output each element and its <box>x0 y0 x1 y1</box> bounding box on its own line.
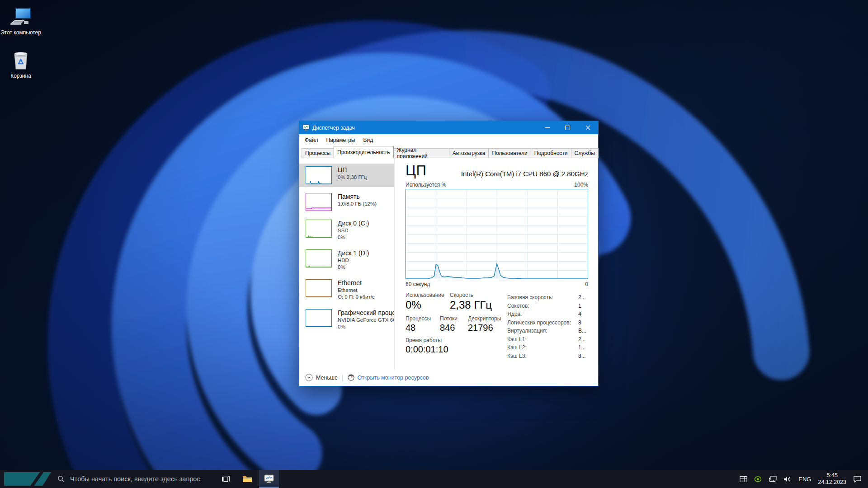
minimize-icon <box>545 127 550 128</box>
tab-processes[interactable]: Процессы <box>302 148 334 158</box>
disk-sparkline <box>306 249 332 267</box>
task-view-button[interactable] <box>216 470 236 488</box>
window-titlebar[interactable]: Диспетчер задач <box>299 121 598 134</box>
pane-title: ЦП <box>406 163 426 179</box>
processes-value: 48 <box>406 323 440 333</box>
maximize-button[interactable] <box>557 121 578 134</box>
sidebar-item-disk0[interactable]: Диск 0 (C:) SSD 0% <box>299 217 394 244</box>
threads-value: 846 <box>440 323 468 333</box>
sidebar-item-subtitle2: О: 0 П: 0 кбит/с <box>338 294 375 300</box>
sidebar-item-subtitle: 1,0/8,0 ГБ (12%) <box>338 201 377 207</box>
task-manager-taskbar-button[interactable] <box>259 470 279 488</box>
uptime-label: Время работы <box>406 337 448 343</box>
action-center-icon[interactable] <box>853 475 862 483</box>
handles-value: 21796 <box>468 323 501 333</box>
search-input[interactable] <box>69 475 202 483</box>
detail-row: Кэш L3:8... <box>507 352 587 361</box>
tab-strip: Процессы Производительность Журнал прило… <box>299 145 598 158</box>
maximize-icon <box>565 126 570 130</box>
system-tray: ENG 5:45 24.12.2023 <box>740 470 868 488</box>
sidebar-item-title: Ethernet <box>338 279 375 287</box>
close-button[interactable] <box>578 121 598 134</box>
search-icon <box>57 475 65 483</box>
detail-row: Базовая скорость:2... <box>507 293 587 302</box>
file-explorer-button[interactable] <box>237 470 257 488</box>
cpu-performance-pane: ЦП Intel(R) Core(TM) i7 CPU 860 @ 2.80GH… <box>395 158 598 369</box>
sidebar-item-subtitle: NVIDIA GeForce GTX 660 <box>338 317 394 324</box>
sidebar-item-disk1[interactable]: Диск 1 (D:) HDD 0% <box>299 247 394 273</box>
task-manager-window: Диспетчер задач Файл Параметры Вид Проце… <box>299 121 599 386</box>
language-indicator[interactable]: ENG <box>798 476 811 483</box>
close-icon <box>585 125 590 130</box>
gpu-sparkline <box>306 309 332 327</box>
cpu-model: Intel(R) Core(TM) i7 CPU 860 @ 2.80GHz <box>461 170 588 178</box>
detail-row: Виртуализация:В... <box>507 327 587 335</box>
disk-sparkline <box>306 220 332 238</box>
resource-monitor-gauge-icon <box>348 374 354 381</box>
sidebar-item-cpu[interactable]: ЦП 0% 2,38 ГГц <box>299 164 394 187</box>
sidebar-item-gpu[interactable]: Графический процессор NVIDIA GeForce GTX… <box>299 306 394 333</box>
taskbar: ENG 5:45 24.12.2023 <box>0 470 868 488</box>
uptime-value: 0:00:01:10 <box>406 344 448 355</box>
window-title: Диспетчер задач <box>312 125 355 131</box>
task-view-icon <box>222 475 230 483</box>
sidebar-item-ethernet[interactable]: Ethernet Ethernet О: 0 П: 0 кбит/с <box>299 277 394 303</box>
footer-separator: | <box>342 374 344 381</box>
minimize-button[interactable] <box>537 121 557 134</box>
tab-app-history[interactable]: Журнал приложений <box>393 148 449 158</box>
touch-keyboard-icon[interactable] <box>740 476 747 483</box>
start-button[interactable] <box>4 472 51 486</box>
task-manager-taskbar-icon <box>264 474 274 483</box>
desktop-icon-label: Этот компьютер <box>0 29 42 36</box>
sidebar-item-title: Диск 1 (D:) <box>338 249 369 257</box>
speed-label: Скорость <box>450 292 492 298</box>
tab-performance[interactable]: Производительность <box>334 146 393 158</box>
taskbar-search[interactable] <box>51 470 210 488</box>
cpu-sparkline <box>306 166 332 184</box>
graph-label-max: 100% <box>574 182 588 188</box>
open-resource-monitor-link[interactable]: Открыть монитор ресурсов <box>348 374 429 381</box>
graph-label-timespan: 60 секунд <box>406 281 430 287</box>
sidebar-item-subtitle2: 0% <box>338 234 369 241</box>
sidebar-item-title: Графический процессор <box>338 309 394 317</box>
sidebar-item-subtitle2: 0% <box>338 264 369 271</box>
cpu-stats: Использование 0% Скорость 2,38 ГГц Проце… <box>406 292 505 355</box>
desktop-icon-recycle-bin[interactable]: Корзина <box>0 50 42 79</box>
chevron-up-circle-icon <box>305 374 313 381</box>
taskbar-clock[interactable]: 5:45 24.12.2023 <box>818 472 846 486</box>
nvidia-tray-icon[interactable] <box>754 476 762 483</box>
volume-tray-icon[interactable] <box>783 476 792 483</box>
menu-view[interactable]: Вид <box>359 134 377 145</box>
sidebar-item-title: ЦП <box>338 166 367 174</box>
recycle-bin-icon <box>11 50 31 70</box>
sidebar-item-memory[interactable]: Память 1,0/8,0 ГБ (12%) <box>299 190 394 214</box>
detail-row: Кэш L1:2... <box>507 335 587 344</box>
tab-startup[interactable]: Автозагрузка <box>449 148 489 158</box>
cpu-usage-graph <box>406 189 588 279</box>
speed-value: 2,38 ГГц <box>450 299 492 311</box>
detail-row: Сокетов:1 <box>507 302 587 310</box>
sidebar-item-subtitle2: 0% <box>338 324 394 330</box>
task-manager-app-icon <box>302 124 310 131</box>
sidebar-item-subtitle: SSD <box>338 227 369 234</box>
desktop: Этот компьютер Корзина <box>0 0 868 488</box>
this-pc-icon <box>9 7 32 27</box>
usage-value: 0% <box>406 299 450 311</box>
window-footer: Меньше | Открыть монитор ресурсов <box>299 369 598 386</box>
desktop-icon-this-pc[interactable]: Этот компьютер <box>0 7 42 36</box>
sidebar-item-title: Память <box>338 193 377 201</box>
tab-users[interactable]: Пользователи <box>488 148 531 158</box>
network-tray-icon[interactable] <box>769 476 777 483</box>
clock-date: 24.12.2023 <box>818 479 846 486</box>
tab-services[interactable]: Службы <box>571 148 599 158</box>
menu-options[interactable]: Параметры <box>322 134 359 145</box>
fewer-details-button[interactable]: Меньше <box>305 374 338 381</box>
threads-label: Потоки <box>440 315 468 322</box>
menu-file[interactable]: Файл <box>301 134 322 145</box>
detail-row: Ядра:4 <box>507 310 587 319</box>
tab-details[interactable]: Подробности <box>531 148 571 158</box>
sidebar-item-subtitle: HDD <box>338 257 369 264</box>
graph-label-usage: Используется % <box>406 182 446 188</box>
processes-label: Процессы <box>406 315 440 322</box>
usage-label: Использование <box>406 292 450 298</box>
